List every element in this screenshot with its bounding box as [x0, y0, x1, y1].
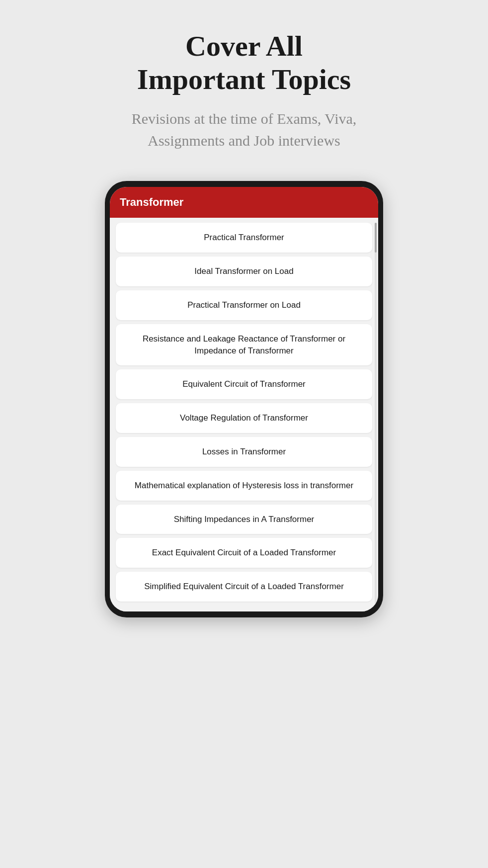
list-item[interactable]: Ideal Transformer on Load — [116, 257, 372, 286]
list-item[interactable]: Practical Transformer — [116, 223, 372, 253]
main-title: Cover AllImportant Topics — [132, 30, 357, 96]
list-item[interactable]: Mathematical explanation of Hysteresis l… — [116, 471, 372, 501]
phone-header: Transformer — [110, 187, 378, 218]
phone-list: Practical TransformerIdeal Transformer o… — [110, 218, 378, 611]
scrollbar-track — [375, 223, 377, 607]
list-item[interactable]: Resistance and Leakage Reactance of Tran… — [116, 324, 372, 366]
list-item[interactable]: Voltage Regulation of Transformer — [116, 403, 372, 433]
list-item[interactable]: Equivalent Circuit of Transformer — [116, 369, 372, 399]
header-section: Cover AllImportant Topics Revisions at t… — [132, 30, 357, 151]
phone-mockup: Transformer Practical TransformerIdeal T… — [105, 181, 383, 617]
subtitle: Revisions at the time of Exams, Viva,Ass… — [132, 108, 357, 151]
list-item[interactable]: Practical Transformer on Load — [116, 290, 372, 320]
phone-content: Practical TransformerIdeal Transformer o… — [110, 218, 378, 611]
list-item[interactable]: Simplified Equivalent Circuit of a Loade… — [116, 572, 372, 602]
phone-list-title: Transformer — [120, 196, 183, 208]
phone-inner: Transformer Practical TransformerIdeal T… — [110, 187, 378, 611]
list-item[interactable]: Losses in Transformer — [116, 437, 372, 467]
list-item[interactable]: Shifting Impedances in A Transformer — [116, 505, 372, 534]
scrollbar-thumb — [375, 223, 377, 253]
list-item[interactable]: Exact Equivalent Circuit of a Loaded Tra… — [116, 538, 372, 568]
